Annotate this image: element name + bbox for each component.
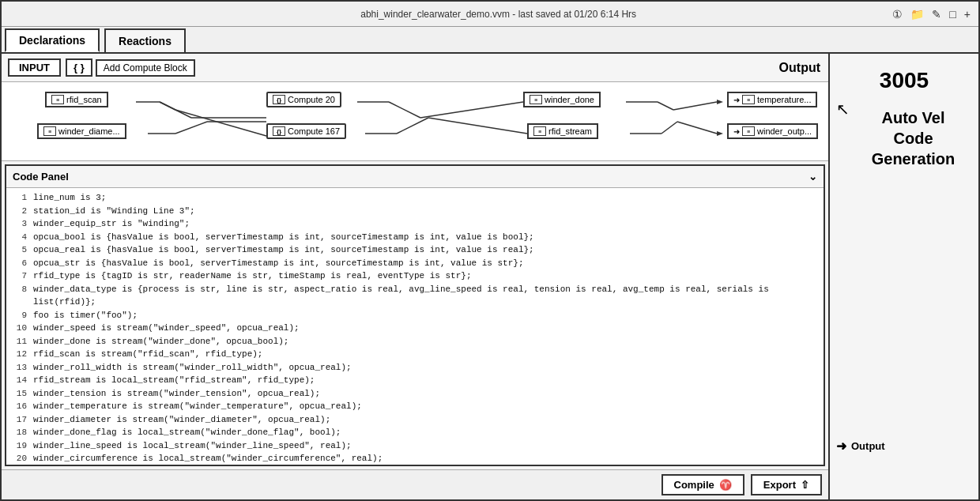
line-code: rfid_type is {tagID is str, readerName i… <box>33 269 472 283</box>
right-output-label: Output <box>851 440 885 452</box>
node-icon-compute-167: {} <box>273 126 285 136</box>
arrow-right-temperature: ➜ <box>733 96 740 104</box>
code-line: 18winder_done_flag is local_stream("wind… <box>13 426 817 439</box>
line-number: 3 <box>13 217 27 231</box>
line-number: 16 <box>13 400 27 413</box>
code-panel-header: Code Panel ⌄ <box>6 166 824 188</box>
code-line: 19winder_line_speed is local_stream("win… <box>13 439 817 453</box>
node-label-rfid-scan: rfid_scan <box>66 95 102 104</box>
code-line: 12rfid_scan is stream("rfid_scan", rfid_… <box>13 348 817 361</box>
line-number: 14 <box>13 374 27 387</box>
title-bar-icons: ① 📁 ✎ □ + <box>892 8 971 21</box>
line-number: 5 <box>13 243 27 257</box>
right-panel: 3005 ↖ Auto Vel Code Generation ➜ Output <box>828 54 978 499</box>
autovel-label: Auto Vel Code Generation <box>854 107 972 169</box>
node-label-temperature: temperature... <box>757 95 811 104</box>
line-number: 11 <box>13 335 27 348</box>
code-line: 3winder_equip_str is "winding"; <box>13 217 817 231</box>
node-icon-compute-20: {} <box>273 95 285 104</box>
node-label-rfid-stream: rfid_stream <box>548 126 592 136</box>
node-temperature[interactable]: ➜ ≡ temperature... <box>727 92 817 107</box>
code-line: 16winder_temperature is stream("winder_t… <box>13 400 817 413</box>
canvas-svg <box>2 82 828 160</box>
right-output-section: ➜ Output <box>836 439 972 493</box>
code-line: 13winder_roll_width is stream("winder_ro… <box>13 361 817 375</box>
node-winder-diam[interactable]: ≡ winder_diame... <box>37 123 126 139</box>
compile-icon: ♈ <box>719 479 732 491</box>
line-code: winder_done_flag is local_stream("winder… <box>33 426 341 439</box>
toolbar-row: INPUT { } Add Compute Block Output <box>2 54 828 82</box>
node-compute-20[interactable]: {} Compute 20 <box>266 92 341 107</box>
window-title: abhi_winder_clearwater_demo.vvm - last s… <box>360 9 636 20</box>
svg-marker-21 <box>717 131 723 136</box>
svg-line-16 <box>673 102 717 110</box>
line-number: 4 <box>13 231 27 244</box>
line-number: 8 <box>13 283 27 309</box>
tab-bar: Declarations Reactions <box>2 27 978 54</box>
code-line: 7rfid_type is {tagID is str, readerName … <box>13 269 817 283</box>
line-code: winder_data_type is {process is str, lin… <box>33 283 817 309</box>
node-icon-winder-done: ≡ <box>530 95 542 104</box>
line-code: rfid_stream is local_stream("rfid_stream… <box>33 374 315 387</box>
node-label-compute-167: Compute 167 <box>288 126 340 136</box>
compute-btn-icon: { } <box>74 62 85 73</box>
code-line: 6opcua_str is {hasValue is bool, serverT… <box>13 257 817 270</box>
node-compute-167[interactable]: {} Compute 167 <box>266 123 346 139</box>
line-code: winder_speed is stream("winder_speed", o… <box>33 322 300 335</box>
right-number: 3005 <box>836 68 972 93</box>
toolbar-output-label: Output <box>779 61 820 75</box>
line-code: winder_done is stream("winder_done", opc… <box>33 335 288 348</box>
folder-icon[interactable]: 📁 <box>910 8 924 21</box>
compile-button[interactable]: Compile ♈ <box>662 474 744 495</box>
svg-line-18 <box>662 122 677 134</box>
code-line: 14rfid_stream is local_stream("rfid_stre… <box>13 374 817 387</box>
compute-btn[interactable]: { } <box>66 58 92 77</box>
code-panel: Code Panel ⌄ 1line_num is 3;2station_id … <box>5 164 825 466</box>
line-number: 10 <box>13 322 27 335</box>
code-line: 5opcua_real is {hasValue is bool, server… <box>13 243 817 257</box>
svg-line-3 <box>160 102 175 110</box>
export-button[interactable]: Export ⇧ <box>751 474 822 495</box>
left-area: INPUT { } Add Compute Block Output <box>2 54 828 499</box>
code-line: 4opcua_bool is {hasValue is bool, server… <box>13 231 817 244</box>
line-code: winder_line_speed is local_stream("winde… <box>33 439 352 453</box>
svg-marker-20 <box>717 100 723 104</box>
line-number: 1 <box>13 191 27 205</box>
help-icon[interactable]: ① <box>892 8 903 21</box>
node-label-winder-done: winder_done <box>545 95 594 104</box>
code-line: 17winder_diameter is stream("winder_diam… <box>13 413 817 427</box>
line-number: 13 <box>13 361 27 375</box>
export-icon: ⇧ <box>801 479 809 491</box>
node-winder-done[interactable]: ≡ winder_done <box>523 92 601 107</box>
main-window: abhi_winder_clearwater_demo.vvm - last s… <box>0 0 980 501</box>
code-line: 11winder_done is stream("winder_done", o… <box>13 335 817 348</box>
line-code: foo is timer("foo"); <box>33 309 138 322</box>
line-code: winder_tension is stream("winder_tension… <box>33 387 320 401</box>
tab-declarations[interactable]: Declarations <box>5 28 100 52</box>
save-icon[interactable]: □ <box>949 8 956 21</box>
node-rfid-scan[interactable]: ≡ rfid_scan <box>45 92 108 107</box>
edit-icon[interactable]: ✎ <box>932 8 941 21</box>
input-label: INPUT <box>8 58 61 77</box>
add-icon[interactable]: + <box>964 8 971 21</box>
arrow-right-winder-output: ➜ <box>733 127 740 136</box>
tab-reactions[interactable]: Reactions <box>104 28 186 52</box>
line-code: winder_diameter is stream("winder_diamet… <box>33 413 330 427</box>
line-code: rfid_scan is stream("rfid_scan", rfid_ty… <box>33 348 262 361</box>
node-label-compute-20: Compute 20 <box>288 95 335 104</box>
code-panel-collapse-icon[interactable]: ⌄ <box>808 171 817 183</box>
line-number: 19 <box>13 439 27 453</box>
line-code: winder_temperature is stream("winder_tem… <box>33 400 362 413</box>
line-number: 6 <box>13 257 27 270</box>
node-icon-rfid-stream: ≡ <box>533 126 546 136</box>
arrow-annotation-icon: ↖ <box>836 100 850 119</box>
node-rfid-stream[interactable]: ≡ rfid_stream <box>527 123 598 139</box>
line-code: station_id is "Winding Line 3"; <box>33 205 195 218</box>
line-number: 7 <box>13 269 27 283</box>
line-number: 18 <box>13 426 27 439</box>
line-code: opcua_real is {hasValue is bool, serverT… <box>33 243 534 257</box>
node-winder-output[interactable]: ➜ ≡ winder_outp... <box>727 123 818 139</box>
add-compute-block-btn[interactable]: Add Compute Block <box>96 59 195 77</box>
code-line: 10winder_speed is stream("winder_speed",… <box>13 322 817 335</box>
line-code: opcua_bool is {hasValue is bool, serverT… <box>33 231 534 244</box>
